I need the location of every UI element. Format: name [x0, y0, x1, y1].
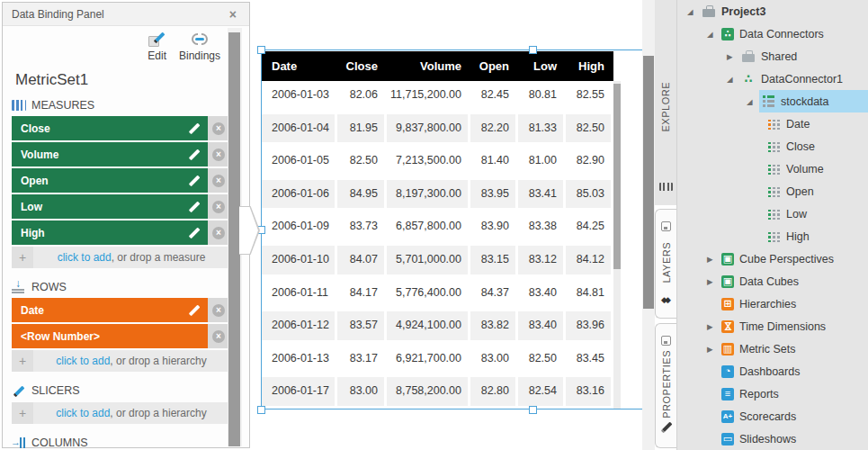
canvas-scrollbar[interactable]	[642, 0, 655, 450]
pill-edit-pencil-icon[interactable]	[188, 148, 201, 161]
resize-handle-top-middle[interactable]	[529, 46, 537, 54]
column-header-close[interactable]: Close	[337, 51, 387, 81]
tree-item-dataconnector1[interactable]: ◢∴DataConnector1	[677, 68, 868, 90]
resize-handle-bottom-left[interactable]	[257, 406, 265, 414]
expander-collapsed-icon[interactable]: ▶	[725, 52, 739, 61]
tree-item-scorecards[interactable]: A+Scorecards	[677, 405, 868, 428]
pill-remove-button[interactable]: ×	[208, 298, 229, 322]
tree-item-metric-sets[interactable]: ▶▥Metric Sets	[677, 338, 868, 360]
resize-handle-top-left[interactable]	[257, 46, 265, 54]
panel-scrollbar-thumb[interactable]	[228, 32, 240, 446]
table-row[interactable]: 2006-01-0382.0611,715,200.0082.4580.8182…	[261, 81, 613, 114]
tree-item-slideshows[interactable]: ▭Slideshows	[677, 428, 868, 450]
table-row[interactable]: 2006-01-1383.176,921,700.0083.0082.5083.…	[261, 345, 613, 378]
pill-row: High×	[12, 220, 229, 245]
pill--row-number-[interactable]: <Row Number>	[12, 324, 208, 348]
table-cell: 83.17	[337, 345, 387, 378]
tree-item-project3[interactable]: ◢Project3	[677, 0, 868, 22]
add-row-slicers[interactable]: +click to add, or drop a hierarchy	[12, 402, 229, 424]
tab-properties[interactable]: PROPERTIES	[655, 323, 676, 448]
tree-item-stockdata[interactable]: ◢stockdata	[677, 90, 868, 112]
section-header-slicers: SLICERS	[12, 380, 229, 401]
expander-collapsed-icon[interactable]: ▶	[705, 322, 720, 331]
pill-edit-pencil-icon[interactable]	[188, 175, 201, 187]
expander-collapsed-icon[interactable]: ▶	[705, 255, 720, 264]
tree-item-reports[interactable]: ≡Reports	[677, 382, 868, 405]
tree-item-shared[interactable]: ▶Shared	[677, 45, 868, 68]
table-cell: 83.96	[566, 311, 613, 345]
edit-button[interactable]: Edit	[148, 32, 166, 62]
tree-item-time-dimensions[interactable]: ▶⋈Time Dimensions	[677, 315, 868, 338]
table-row[interactable]: 2006-01-0983.736,857,800.0083.9083.3884.…	[261, 212, 613, 246]
expander-collapsed-icon[interactable]: ▶	[705, 277, 720, 286]
table-row[interactable]: 2006-01-0481.959,837,800.0082.2081.3382.…	[261, 114, 613, 148]
table-row[interactable]: 2006-01-1783.008,758,200.0082.8082.5483.…	[261, 377, 613, 410]
table-cell: 83.90	[470, 212, 518, 246]
tab-explore[interactable]: EXPLORE	[655, 0, 676, 205]
tree-item-low[interactable]: Low	[677, 202, 868, 225]
bindings-button[interactable]: Bindings	[179, 32, 220, 62]
resize-handle-bottom-middle[interactable]	[529, 406, 537, 414]
expander-expanded-icon[interactable]: ◢	[705, 30, 720, 39]
click-to-add-link[interactable]: click to add	[56, 407, 110, 419]
add-row-rows[interactable]: +click to add, or drop a hierarchy	[12, 350, 229, 372]
tree-item-hierarchies[interactable]: ⊞Hierarchies	[677, 292, 868, 315]
expander-collapsed-icon[interactable]: ▶	[705, 345, 720, 354]
click-to-add-link[interactable]: click to add	[58, 251, 112, 264]
pill-open[interactable]: Open	[12, 168, 208, 193]
expander-expanded-icon[interactable]: ◢	[685, 7, 700, 16]
table-row[interactable]: 2006-01-1084.075,701,000.0083.1583.1284.…	[261, 246, 613, 279]
pill-remove-button[interactable]: ×	[208, 116, 229, 140]
table-scrollbar-thumb[interactable]	[613, 84, 621, 269]
column-header-volume[interactable]: Volume	[387, 51, 470, 81]
column-header-open[interactable]: Open	[470, 51, 518, 81]
pill-label: Open	[21, 175, 49, 187]
tree-item-close[interactable]: Close	[677, 135, 868, 158]
table-cell: 81.40	[470, 147, 518, 180]
click-to-add-link[interactable]: click to add	[56, 355, 110, 367]
pill-edit-pencil-icon[interactable]	[188, 227, 201, 239]
pill-remove-button[interactable]: ×	[208, 324, 229, 348]
tree-item-dashboards[interactable]: ◔Dashboards	[677, 360, 868, 382]
table-scrollbar[interactable]	[613, 81, 621, 410]
tree-item-cube-perspectives[interactable]: ▶▣Cube Perspectives	[677, 248, 868, 270]
design-canvas[interactable]: DateCloseVolumeOpenLowHigh2006-01-0382.0…	[251, 0, 642, 450]
pill-edit-pencil-icon[interactable]	[188, 201, 201, 213]
close-icon[interactable]: ×	[229, 8, 237, 21]
add-row-measures[interactable]: +click to add, or drop a measure	[12, 247, 229, 268]
column-header-date[interactable]: Date	[261, 51, 337, 81]
tree-item-open[interactable]: Open	[677, 180, 868, 202]
measures-icon	[12, 100, 26, 111]
tab-layers[interactable]: LAYERS◆◆	[655, 209, 676, 319]
pill-low[interactable]: Low	[12, 194, 208, 219]
expander-expanded-icon[interactable]: ◢	[725, 75, 739, 84]
pill-edit-pencil-icon[interactable]	[188, 304, 201, 317]
stock-data-table[interactable]: DateCloseVolumeOpenLowHigh2006-01-0382.0…	[261, 51, 613, 410]
table-row[interactable]: 2006-01-1283.574,924,100.0083.8283.4083.…	[261, 311, 613, 345]
expander-expanded-icon[interactable]: ◢	[745, 97, 759, 106]
pill-remove-button[interactable]: ×	[208, 194, 229, 219]
pill-remove-button[interactable]: ×	[208, 168, 229, 193]
table-cell: 84.17	[337, 279, 387, 312]
pill-high[interactable]: High	[12, 220, 208, 245]
dashboards-icon: ◔	[721, 365, 734, 378]
table-row[interactable]: 2006-01-0582.507,213,500.0081.4081.0082.…	[261, 147, 613, 180]
column-header-low[interactable]: Low	[518, 51, 566, 81]
pill-close[interactable]: Close	[12, 116, 208, 140]
column-header-high[interactable]: High	[566, 51, 613, 81]
pill-edit-pencil-icon[interactable]	[188, 122, 201, 135]
pill-remove-button[interactable]: ×	[208, 220, 229, 245]
canvas-scrollbar-thumb[interactable]	[643, 56, 654, 309]
pill-remove-button[interactable]: ×	[208, 142, 229, 166]
tree-item-volume[interactable]: Volume	[677, 158, 868, 180]
table-row[interactable]: 2006-01-0684.958,197,300.0083.9583.4185.…	[261, 180, 613, 213]
tree-item-content: ▣Cube Perspectives	[720, 248, 868, 270]
tree-item-date[interactable]: Date	[677, 112, 868, 135]
table-row[interactable]: 2006-01-1184.175,776,400.0084.3783.4084.…	[261, 279, 613, 312]
pill-date[interactable]: Date	[12, 298, 208, 322]
pill-volume[interactable]: Volume	[12, 142, 208, 166]
tree-item-data-connectors[interactable]: ◢∴Data Connectors	[677, 22, 868, 45]
table-cell: 8,197,300.00	[387, 180, 470, 213]
tree-item-high[interactable]: High	[677, 225, 868, 248]
tree-item-data-cubes[interactable]: ▶▣Data Cubes	[677, 270, 868, 292]
